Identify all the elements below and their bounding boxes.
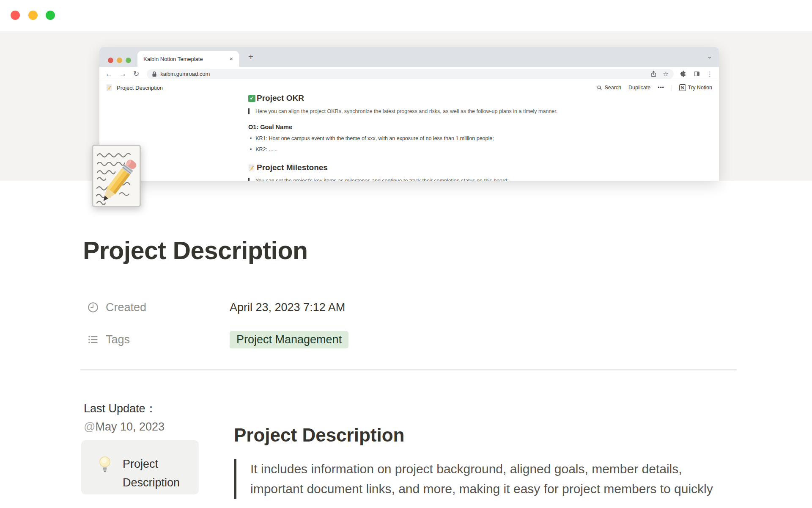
toolbar-right-icons: ⋮ — [680, 70, 713, 78]
zoom-traffic-light[interactable] — [46, 11, 55, 20]
mention-at-symbol: @ — [84, 420, 95, 433]
close-traffic-light[interactable] — [11, 11, 20, 20]
okr-heading-label: Project OKR — [257, 94, 304, 103]
section-heading: Project Description — [234, 423, 713, 447]
minimize-traffic-light[interactable] — [28, 11, 38, 20]
notion-page-preview: ✓ Project OKR Here you can align the pro… — [248, 94, 702, 181]
last-update-block: Last Update： @May 10, 2023 — [84, 400, 165, 436]
clock-icon — [87, 301, 99, 313]
browser-window: Kaibin Notion Temeplate × + ⌄ ← → ↻ kaib… — [99, 47, 719, 181]
browser-toolbar: ← → ↻ kaibin.gumroad.com ☆ ⋮ — [99, 67, 719, 81]
property-value[interactable]: April 23, 2023 7:12 AM — [230, 301, 345, 314]
breadcrumb[interactable]: Project Description — [106, 84, 163, 91]
browser-close-light — [108, 58, 113, 63]
okr-heading: ✓ Project OKR — [248, 94, 702, 103]
menu-divider — [672, 85, 672, 91]
browser-menu-kebab-icon[interactable]: ⋮ — [707, 70, 713, 78]
bullet-icon: • — [250, 135, 252, 141]
address-bar[interactable]: kaibin.gumroad.com ☆ — [147, 69, 674, 79]
notion-topbar: Project Description Search Duplicate •••… — [99, 82, 719, 94]
milestones-heading-label: Project Milestones — [257, 163, 328, 172]
page-properties: Created April 23, 2023 7:12 AM Tags Proj… — [87, 296, 348, 361]
forward-icon[interactable]: → — [119, 70, 126, 77]
search-label: Search — [604, 85, 621, 91]
bullet-text: KR2: ...... — [255, 146, 277, 152]
notion-topbar-menu: Search Duplicate ••• N Try Notion — [597, 84, 712, 91]
browser-traffic-lights — [108, 58, 131, 63]
extensions-puzzle-icon[interactable] — [680, 70, 687, 77]
section-quote: It includes information on project backg… — [234, 459, 713, 499]
tab-title: Kaibin Notion Temeplate — [143, 56, 226, 62]
browser-tab[interactable]: Kaibin Notion Temeplate × — [137, 51, 239, 67]
okr-quote: Here you can align the project OKRs, syn… — [248, 108, 702, 114]
callout-block[interactable]: Project Description — [81, 440, 199, 494]
mac-titlebar — [0, 0, 812, 31]
browser-zoom-light — [126, 58, 131, 63]
more-options-icon[interactable]: ••• — [658, 85, 664, 91]
callout-text: Project Description — [123, 455, 187, 494]
try-notion-button[interactable]: N Try Notion — [679, 84, 712, 91]
tag-badge[interactable]: Project Management — [230, 331, 348, 348]
bullet-icon: • — [250, 146, 252, 152]
browser-tabbar: Kaibin Notion Temeplate × + ⌄ — [99, 47, 719, 67]
last-update-date[interactable]: @May 10, 2023 — [84, 418, 165, 436]
check-mark-icon: ✓ — [248, 95, 255, 102]
property-label: Created — [106, 301, 230, 314]
duplicate-button[interactable]: Duplicate — [628, 85, 650, 91]
back-icon[interactable]: ← — [105, 70, 112, 77]
tab-search-chevron-icon[interactable]: ⌄ — [707, 52, 712, 60]
page-title: Project Description — [83, 235, 307, 266]
divider — [80, 369, 737, 370]
browser-minimize-light — [117, 58, 122, 63]
property-label: Tags — [106, 333, 230, 346]
try-notion-label: Try Notion — [688, 85, 712, 91]
goal-heading: O1: Goal Name — [248, 124, 702, 130]
quote-line: important document links, and more, maki… — [250, 479, 713, 499]
new-tab-button[interactable]: + — [248, 52, 253, 62]
search-button[interactable]: Search — [597, 85, 621, 91]
sidebar-icon[interactable] — [693, 70, 700, 77]
description-section: Project Description It includes informat… — [234, 423, 713, 499]
search-icon — [597, 85, 602, 91]
breadcrumb-label[interactable]: Project Description — [117, 85, 163, 91]
notion-logo-icon: N — [679, 84, 686, 91]
light-bulb-icon — [98, 456, 112, 475]
last-update-label: Last Update： — [84, 400, 165, 418]
list-item: • KR2: ...... — [248, 146, 702, 152]
screenshot-root: Kaibin Notion Temeplate × + ⌄ ← → ↻ kaib… — [0, 0, 812, 508]
milestones-quote: You can set the project's key items as m… — [248, 178, 702, 181]
memo-icon — [248, 164, 255, 171]
property-row-tags[interactable]: Tags Project Management — [87, 329, 348, 351]
bookmark-star-icon[interactable]: ☆ — [663, 70, 669, 78]
milestones-heading: Project Milestones — [248, 163, 702, 172]
quote-line: It includes information on project backg… — [250, 459, 713, 479]
last-update-value: May 10, 2023 — [95, 420, 165, 433]
bullet-text: KR1: Host one campus event with the them… — [255, 135, 494, 141]
list-icon — [87, 334, 99, 345]
tab-close-icon[interactable]: × — [230, 55, 233, 62]
reload-icon[interactable]: ↻ — [133, 70, 139, 77]
lock-icon — [152, 71, 157, 77]
list-item: • KR1: Host one campus event with the th… — [248, 135, 702, 141]
property-row-created[interactable]: Created April 23, 2023 7:12 AM — [87, 296, 348, 318]
memo-icon — [106, 84, 112, 91]
page-memo-icon[interactable] — [89, 143, 146, 209]
url-text[interactable]: kaibin.gumroad.com — [160, 71, 644, 77]
share-icon[interactable] — [650, 70, 657, 77]
